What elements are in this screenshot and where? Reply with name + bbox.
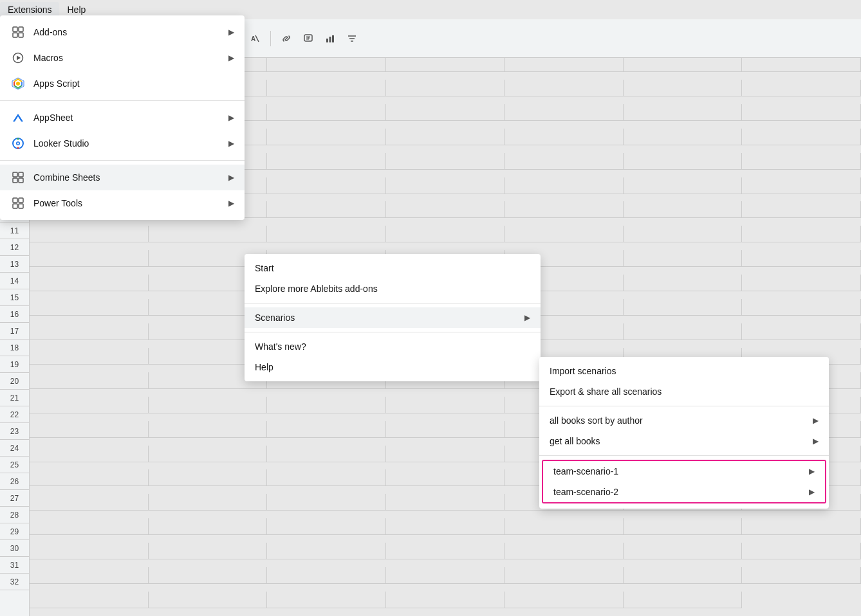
grid-cell[interactable] (30, 446, 149, 462)
grid-cell[interactable] (505, 104, 624, 121)
grid-cell[interactable] (30, 592, 149, 608)
grid-cell[interactable] (267, 226, 386, 242)
grid-cell[interactable] (267, 153, 386, 170)
grid-cell[interactable] (742, 250, 861, 267)
grid-cell[interactable] (505, 153, 624, 170)
grid-cell[interactable] (742, 275, 861, 291)
menu-item-explore[interactable]: Explore more Ablebits add-ons (245, 278, 541, 299)
grid-cell[interactable] (742, 80, 861, 96)
grid-cell[interactable] (267, 129, 386, 145)
grid-cell[interactable] (386, 177, 505, 194)
grid-cell[interactable] (267, 543, 386, 559)
grid-cell[interactable] (742, 543, 861, 559)
grid-cell[interactable] (30, 226, 149, 242)
grid-cell[interactable] (267, 80, 386, 96)
grid-cell[interactable] (742, 129, 861, 145)
grid-cell[interactable] (505, 592, 624, 608)
grid-cell[interactable] (386, 567, 505, 584)
grid-cell[interactable] (505, 80, 624, 96)
grid-cell[interactable] (267, 469, 386, 486)
grid-cell[interactable] (742, 104, 861, 121)
grid-cell[interactable] (149, 567, 268, 584)
grid-cell[interactable] (30, 494, 149, 511)
grid-cell[interactable] (505, 177, 624, 194)
grid-cell[interactable] (742, 177, 861, 194)
grid-cell[interactable] (624, 104, 743, 121)
grid-cell[interactable] (624, 153, 743, 170)
grid-cell[interactable] (386, 446, 505, 462)
grid-cell[interactable] (624, 201, 743, 218)
grid-cell[interactable] (386, 543, 505, 559)
grid-cell[interactable] (30, 421, 149, 438)
menu-item-addons[interactable]: Add-ons ▶ (0, 19, 245, 45)
grid-cell[interactable] (624, 299, 743, 316)
grid-cell[interactable] (742, 201, 861, 218)
grid-cell[interactable] (30, 397, 149, 413)
link-button[interactable] (277, 30, 295, 48)
insert-comment-button[interactable] (299, 30, 317, 48)
grid-cell[interactable] (267, 518, 386, 535)
menu-item-power-tools[interactable]: Power Tools ▶ (0, 190, 245, 216)
grid-cell[interactable] (149, 494, 268, 511)
grid-cell[interactable] (30, 543, 149, 559)
grid-cell[interactable] (30, 275, 149, 291)
grid-cell[interactable] (624, 226, 743, 242)
grid-cell[interactable] (386, 494, 505, 511)
grid-cell[interactable] (267, 201, 386, 218)
grid-cell[interactable] (624, 323, 743, 340)
grid-cell[interactable] (267, 177, 386, 194)
menu-item-combine-sheets[interactable]: Combine Sheets ▶ (0, 165, 245, 190)
menu-item-team-scenario-1[interactable]: team-scenario-1 ▶ (543, 461, 825, 482)
grid-cell[interactable] (386, 201, 505, 218)
grid-cell[interactable] (505, 543, 624, 559)
menu-item-whats-new[interactable]: What's new? (245, 336, 541, 357)
grid-cell[interactable] (149, 397, 268, 413)
grid-cell[interactable] (30, 299, 149, 316)
text-rotation-button[interactable]: A (246, 30, 264, 48)
grid-cell[interactable] (624, 250, 743, 267)
grid-cell[interactable] (505, 226, 624, 242)
grid-cell[interactable] (386, 153, 505, 170)
grid-cell[interactable] (742, 323, 861, 340)
grid-cell[interactable] (267, 104, 386, 121)
grid-cell[interactable] (267, 592, 386, 608)
grid-cell[interactable] (30, 518, 149, 535)
grid-cell[interactable] (742, 518, 861, 535)
grid-cell[interactable] (624, 177, 743, 194)
menu-item-export-share[interactable]: Export & share all scenarios (539, 381, 829, 402)
grid-cell[interactable] (30, 250, 149, 267)
grid-cell[interactable] (742, 299, 861, 316)
grid-cell[interactable] (386, 397, 505, 413)
grid-cell[interactable] (742, 153, 861, 170)
grid-cell[interactable] (386, 518, 505, 535)
menu-item-team-scenario-2[interactable]: team-scenario-2 ▶ (543, 482, 825, 502)
grid-cell[interactable] (149, 592, 268, 608)
grid-cell[interactable] (30, 469, 149, 486)
grid-cell[interactable] (149, 446, 268, 462)
menu-item-get-all-books[interactable]: get all books ▶ (539, 431, 829, 451)
menu-item-scenarios[interactable]: Scenarios ▶ (245, 307, 541, 328)
grid-cell[interactable] (624, 518, 743, 535)
grid-cell[interactable] (624, 80, 743, 96)
grid-cell[interactable] (149, 226, 268, 242)
grid-cell[interactable] (505, 567, 624, 584)
grid-cell[interactable] (386, 421, 505, 438)
filter-button[interactable] (343, 30, 361, 48)
grid-cell[interactable] (386, 469, 505, 486)
grid-cell[interactable] (267, 567, 386, 584)
grid-cell[interactable] (742, 567, 861, 584)
menu-item-apps-script[interactable]: Apps Script (0, 71, 245, 96)
grid-cell[interactable] (624, 543, 743, 559)
grid-cell[interactable] (386, 592, 505, 608)
grid-cell[interactable] (267, 421, 386, 438)
grid-cell[interactable] (386, 80, 505, 96)
grid-cell[interactable] (30, 348, 149, 365)
menu-item-macros[interactable]: Macros ▶ (0, 45, 245, 71)
grid-cell[interactable] (149, 518, 268, 535)
grid-cell[interactable] (505, 201, 624, 218)
grid-cell[interactable] (30, 567, 149, 584)
grid-cell[interactable] (386, 129, 505, 145)
grid-cell[interactable] (149, 469, 268, 486)
grid-cell[interactable] (624, 567, 743, 584)
grid-cell[interactable] (386, 104, 505, 121)
